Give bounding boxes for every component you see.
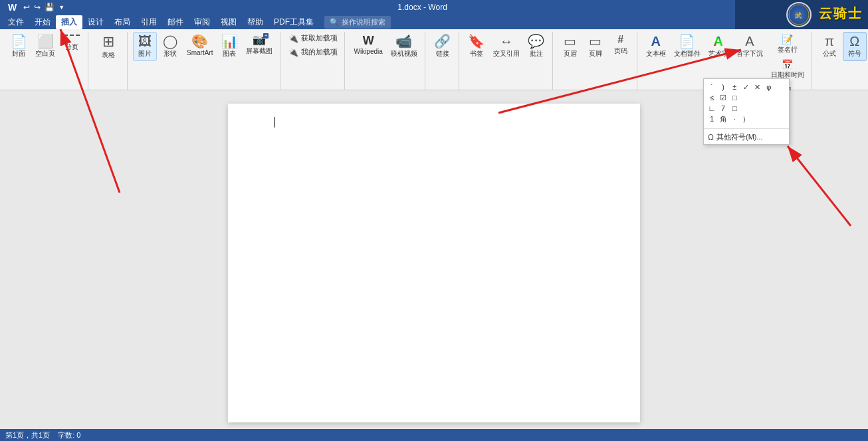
cover-button[interactable]: 📄 封面 xyxy=(7,32,31,61)
dropdown-divider xyxy=(704,128,789,129)
menu-item-review[interactable]: 审阅 xyxy=(189,15,215,29)
wikipedia-icon: W xyxy=(363,35,374,46)
online-video-button[interactable]: 📹 联机视频 xyxy=(387,32,421,61)
addin-my-icon: 🔌 xyxy=(288,48,298,57)
table-label: 表格 xyxy=(102,50,115,60)
symbol-cell[interactable]: ∟ xyxy=(706,103,717,114)
menu-item-pdf[interactable]: PDF工具集 xyxy=(269,15,319,29)
page-info: 第1页，共1页 xyxy=(5,430,50,440)
symbol-cell[interactable] xyxy=(775,82,786,92)
dropdown-arrow-icon[interactable]: ▼ xyxy=(58,4,64,11)
dropcap-button[interactable]: A 首字下沉 xyxy=(733,32,766,61)
symbol-cell[interactable]: ） xyxy=(740,114,751,124)
break-icon xyxy=(64,35,80,40)
symbol-cell[interactable]: □ xyxy=(729,103,740,114)
docparts-button[interactable]: 📄 文档部件 xyxy=(671,32,704,61)
wikipedia-button[interactable]: W Wikipedia xyxy=(350,32,385,58)
symbol-cell[interactable]: · xyxy=(729,114,740,124)
symbol-cell[interactable]: φ xyxy=(764,82,774,92)
symbol-cell[interactable] xyxy=(740,92,751,103)
comment-button[interactable]: 💬 批注 xyxy=(524,32,548,61)
search-placeholder: 操作说明搜索 xyxy=(342,17,385,27)
menu-item-design[interactable]: 设计 xyxy=(82,15,109,29)
symbol-cell[interactable]: ) xyxy=(718,82,728,92)
omega-icon: Ω xyxy=(708,133,714,142)
signature-label: 签名行 xyxy=(778,45,798,54)
symbol-cell[interactable] xyxy=(775,92,786,103)
search-icon: 🔍 xyxy=(330,18,339,27)
window-title: 1.docx - Word xyxy=(64,3,780,12)
symbol-dropdown: ´ ) ± ✓ ✕ φ ≤ ☑ □ ∟ 7 □ 1 角 · ） Ω 其他符号(M… xyxy=(703,78,790,145)
textbox-button[interactable]: A 文本框 xyxy=(643,32,669,61)
symbol-cell[interactable] xyxy=(764,103,774,114)
picture-icon: 🖼 xyxy=(138,35,152,48)
video-icon: 📹 xyxy=(395,35,412,48)
link-button[interactable]: 🔗 链接 xyxy=(431,32,455,61)
header-button[interactable]: ▭ 页眉 xyxy=(558,32,582,61)
chart-button[interactable]: 📊 图表 xyxy=(217,32,241,61)
symbol-cell[interactable]: 7 xyxy=(718,103,728,114)
textbox-icon: A xyxy=(651,35,661,48)
brand-svg: 武 xyxy=(788,3,810,26)
menu-item-file[interactable]: 文件 xyxy=(3,15,29,29)
undo-button[interactable]: ↩ xyxy=(23,3,30,12)
menu-item-layout[interactable]: 布局 xyxy=(109,15,136,29)
symbol-cell[interactable]: ≤ xyxy=(706,92,717,103)
header-icon: ▭ xyxy=(564,35,576,48)
redo-button[interactable]: ↪ xyxy=(34,3,41,12)
my-addins-button[interactable]: 🔌 我的加载项 xyxy=(286,46,340,58)
menu-item-help[interactable]: 帮助 xyxy=(242,15,269,29)
blank-icon: ⬜ xyxy=(37,35,54,48)
more-symbols-label: 其他符号(M)... xyxy=(716,132,763,142)
screenshot-button[interactable]: 📷+ 屏幕截图 xyxy=(243,32,276,58)
symbol-cell[interactable]: ✓ xyxy=(740,82,751,92)
blank-page-button[interactable]: ⬜ 空白页 xyxy=(32,32,58,61)
get-addins-button[interactable]: 🔌 获取加载项 xyxy=(286,32,340,44)
crossref-button[interactable]: ↔ 交叉引用 xyxy=(490,32,523,61)
symbol-button[interactable]: Ω 符号 xyxy=(843,32,867,61)
menu-item-view[interactable]: 视图 xyxy=(215,15,242,29)
menu-item-references[interactable]: 引用 xyxy=(136,15,162,29)
search-box[interactable]: 🔍 操作说明搜索 xyxy=(324,16,391,29)
menu-item-insert[interactable]: 插入 xyxy=(56,15,82,29)
symbol-icon: Ω xyxy=(849,35,859,48)
smartart-button[interactable]: 🎨 SmartArt xyxy=(183,32,216,59)
symbol-cell[interactable]: ☑ xyxy=(718,92,728,103)
symbol-cell[interactable] xyxy=(752,92,763,103)
docparts-icon: 📄 xyxy=(679,35,695,48)
bookmark-button[interactable]: 🔖 书签 xyxy=(465,32,488,61)
footer-icon: ▭ xyxy=(589,35,601,48)
menu-item-mailings[interactable]: 邮件 xyxy=(162,15,189,29)
footer-button[interactable]: ▭ 页脚 xyxy=(584,32,607,61)
signature-button[interactable]: 📝 签名行 xyxy=(768,32,808,56)
shapes-button[interactable]: ◯ 形状 xyxy=(158,32,182,61)
symbol-cell[interactable] xyxy=(764,114,774,124)
menu-item-home[interactable]: 开始 xyxy=(29,15,56,29)
symbol-cell[interactable] xyxy=(740,103,751,114)
bookmark-icon: 🔖 xyxy=(468,35,485,48)
symbol-cell[interactable]: ´ xyxy=(706,82,717,92)
symbol-cell[interactable]: ± xyxy=(729,82,740,92)
table-button[interactable]: ⊞ 表格 xyxy=(94,32,123,62)
symbol-cell[interactable] xyxy=(752,114,763,124)
symbol-cell[interactable] xyxy=(775,114,786,124)
dropcap-label: 首字下沉 xyxy=(736,49,763,58)
page-break-button[interactable]: 分页 xyxy=(60,32,84,54)
symbol-cell[interactable] xyxy=(764,92,774,103)
equation-button[interactable]: π 公式 xyxy=(817,32,841,61)
picture-label: 图片 xyxy=(138,49,152,58)
page-number-button[interactable]: # 页码 xyxy=(609,32,633,58)
save-button[interactable]: 💾 xyxy=(45,3,54,12)
picture-button[interactable]: 🖼 图片 xyxy=(133,32,157,61)
symbol-cell[interactable] xyxy=(752,103,763,114)
symbol-cell[interactable] xyxy=(775,103,786,114)
document-page[interactable] xyxy=(228,104,640,422)
symbol-cell[interactable]: ✕ xyxy=(752,82,763,92)
more-symbols-button[interactable]: Ω 其他符号(M)... xyxy=(704,130,789,144)
symbol-cell[interactable]: 1 xyxy=(706,114,717,124)
symbol-cell[interactable]: □ xyxy=(729,92,740,103)
symbol-label: 符号 xyxy=(848,49,861,58)
wordart-button[interactable]: A 艺术字 xyxy=(705,32,732,61)
dropcap-icon: A xyxy=(745,35,754,48)
symbol-cell[interactable]: 角 xyxy=(718,114,728,124)
